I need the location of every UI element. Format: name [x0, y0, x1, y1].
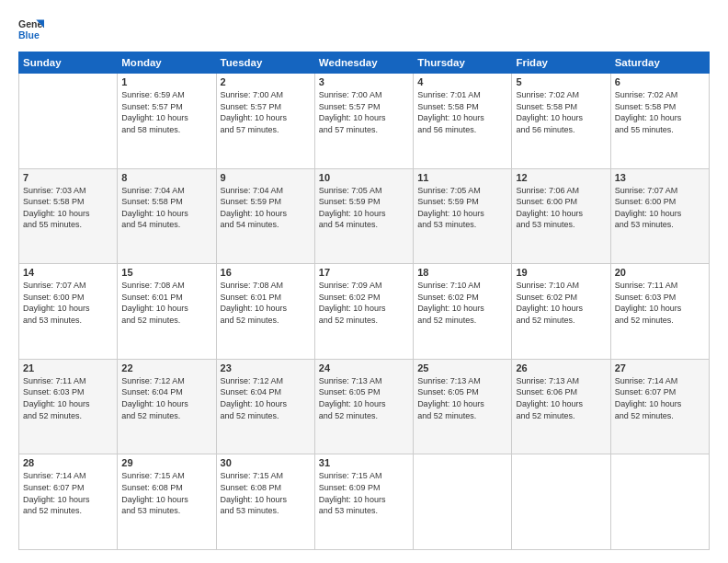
day-info: Sunrise: 7:01 AM Sunset: 5:58 PM Dayligh… — [417, 89, 507, 135]
day-number: 4 — [417, 76, 507, 87]
calendar-cell: 21Sunrise: 7:11 AM Sunset: 6:03 PM Dayli… — [19, 359, 118, 454]
weekday-header-thursday: Thursday — [414, 52, 512, 74]
calendar-cell: 29Sunrise: 7:15 AM Sunset: 6:08 PM Dayli… — [118, 454, 216, 550]
day-info: Sunrise: 7:02 AM Sunset: 5:58 PM Dayligh… — [615, 89, 705, 135]
day-info: Sunrise: 7:14 AM Sunset: 6:07 PM Dayligh… — [23, 470, 113, 516]
day-info: Sunrise: 7:13 AM Sunset: 6:06 PM Dayligh… — [516, 375, 606, 421]
day-number: 20 — [615, 267, 705, 278]
weekday-header-wednesday: Wednesday — [314, 52, 413, 74]
day-number: 23 — [221, 362, 311, 373]
calendar-cell: 3Sunrise: 7:00 AM Sunset: 5:57 PM Daylig… — [314, 74, 413, 169]
page: General Blue SundayMondayTuesdayWednesda… — [0, 0, 728, 563]
day-info: Sunrise: 7:15 AM Sunset: 6:08 PM Dayligh… — [221, 470, 311, 516]
day-info: Sunrise: 7:11 AM Sunset: 6:03 PM Dayligh… — [23, 375, 113, 421]
day-number: 5 — [516, 76, 606, 87]
svg-text:Blue: Blue — [18, 29, 40, 40]
calendar-cell: 11Sunrise: 7:05 AM Sunset: 5:59 PM Dayli… — [414, 168, 512, 264]
day-info: Sunrise: 7:07 AM Sunset: 6:00 PM Dayligh… — [615, 185, 705, 231]
day-number: 1 — [121, 76, 211, 87]
calendar-cell: 7Sunrise: 7:03 AM Sunset: 5:58 PM Daylig… — [19, 168, 118, 264]
calendar-cell: 6Sunrise: 7:02 AM Sunset: 5:58 PM Daylig… — [610, 74, 709, 169]
header: General Blue — [18, 17, 710, 42]
calendar-cell: 12Sunrise: 7:06 AM Sunset: 6:00 PM Dayli… — [512, 168, 610, 264]
calendar-cell: 13Sunrise: 7:07 AM Sunset: 6:00 PM Dayli… — [610, 168, 709, 264]
calendar-cell: 27Sunrise: 7:14 AM Sunset: 6:07 PM Dayli… — [610, 359, 709, 454]
day-number: 31 — [319, 457, 409, 468]
calendar-cell — [512, 454, 610, 550]
day-info: Sunrise: 7:00 AM Sunset: 5:57 PM Dayligh… — [221, 89, 311, 135]
day-info: Sunrise: 7:00 AM Sunset: 5:57 PM Dayligh… — [319, 89, 409, 135]
calendar-table: SundayMondayTuesdayWednesdayThursdayFrid… — [18, 52, 710, 550]
day-number: 24 — [319, 362, 409, 373]
day-info: Sunrise: 7:10 AM Sunset: 6:02 PM Dayligh… — [417, 280, 507, 326]
day-number: 6 — [615, 76, 705, 87]
day-number: 3 — [319, 76, 409, 87]
day-number: 26 — [516, 362, 606, 373]
weekday-header-monday: Monday — [118, 52, 216, 74]
day-number: 11 — [417, 172, 507, 183]
day-number: 10 — [319, 172, 409, 183]
day-number: 8 — [121, 172, 211, 183]
logo-icon: General Blue — [18, 17, 44, 42]
day-info: Sunrise: 6:59 AM Sunset: 5:57 PM Dayligh… — [121, 89, 211, 135]
day-info: Sunrise: 7:06 AM Sunset: 6:00 PM Dayligh… — [516, 185, 606, 231]
day-number: 30 — [221, 457, 311, 468]
day-number: 2 — [221, 76, 311, 87]
day-info: Sunrise: 7:12 AM Sunset: 6:04 PM Dayligh… — [221, 375, 311, 421]
day-number: 19 — [516, 267, 606, 278]
day-number: 16 — [221, 267, 311, 278]
calendar-cell: 16Sunrise: 7:08 AM Sunset: 6:01 PM Dayli… — [216, 264, 314, 360]
calendar-cell: 18Sunrise: 7:10 AM Sunset: 6:02 PM Dayli… — [414, 264, 512, 360]
calendar-cell: 25Sunrise: 7:13 AM Sunset: 6:05 PM Dayli… — [414, 359, 512, 454]
calendar-cell: 1Sunrise: 6:59 AM Sunset: 5:57 PM Daylig… — [118, 74, 216, 169]
day-number: 28 — [23, 457, 113, 468]
calendar-cell: 8Sunrise: 7:04 AM Sunset: 5:58 PM Daylig… — [118, 168, 216, 264]
weekday-header-friday: Friday — [512, 52, 610, 74]
week-row-3: 21Sunrise: 7:11 AM Sunset: 6:03 PM Dayli… — [19, 359, 710, 454]
day-info: Sunrise: 7:08 AM Sunset: 6:01 PM Dayligh… — [221, 280, 311, 326]
weekday-header-tuesday: Tuesday — [216, 52, 314, 74]
day-info: Sunrise: 7:03 AM Sunset: 5:58 PM Dayligh… — [23, 185, 113, 231]
calendar-cell: 31Sunrise: 7:15 AM Sunset: 6:09 PM Dayli… — [314, 454, 413, 550]
day-number: 17 — [319, 267, 409, 278]
weekday-header-row: SundayMondayTuesdayWednesdayThursdayFrid… — [19, 52, 710, 74]
calendar-cell: 2Sunrise: 7:00 AM Sunset: 5:57 PM Daylig… — [216, 74, 314, 169]
day-number: 18 — [417, 267, 507, 278]
calendar-cell: 19Sunrise: 7:10 AM Sunset: 6:02 PM Dayli… — [512, 264, 610, 360]
weekday-header-sunday: Sunday — [19, 52, 118, 74]
day-info: Sunrise: 7:04 AM Sunset: 5:58 PM Dayligh… — [121, 185, 211, 231]
day-info: Sunrise: 7:04 AM Sunset: 5:59 PM Dayligh… — [221, 185, 311, 231]
day-info: Sunrise: 7:10 AM Sunset: 6:02 PM Dayligh… — [516, 280, 606, 326]
calendar-cell: 14Sunrise: 7:07 AM Sunset: 6:00 PM Dayli… — [19, 264, 118, 360]
week-row-2: 14Sunrise: 7:07 AM Sunset: 6:00 PM Dayli… — [19, 264, 710, 360]
day-info: Sunrise: 7:13 AM Sunset: 6:05 PM Dayligh… — [319, 375, 409, 421]
calendar-cell — [414, 454, 512, 550]
day-info: Sunrise: 7:13 AM Sunset: 6:05 PM Dayligh… — [417, 375, 507, 421]
day-number: 15 — [121, 267, 211, 278]
day-info: Sunrise: 7:07 AM Sunset: 6:00 PM Dayligh… — [23, 280, 113, 326]
calendar-cell: 28Sunrise: 7:14 AM Sunset: 6:07 PM Dayli… — [19, 454, 118, 550]
day-info: Sunrise: 7:05 AM Sunset: 5:59 PM Dayligh… — [319, 185, 409, 231]
calendar-cell: 30Sunrise: 7:15 AM Sunset: 6:08 PM Dayli… — [216, 454, 314, 550]
day-info: Sunrise: 7:05 AM Sunset: 5:59 PM Dayligh… — [417, 185, 507, 231]
day-info: Sunrise: 7:12 AM Sunset: 6:04 PM Dayligh… — [121, 375, 211, 421]
calendar-cell: 10Sunrise: 7:05 AM Sunset: 5:59 PM Dayli… — [314, 168, 413, 264]
calendar-cell: 23Sunrise: 7:12 AM Sunset: 6:04 PM Dayli… — [216, 359, 314, 454]
calendar-cell: 20Sunrise: 7:11 AM Sunset: 6:03 PM Dayli… — [610, 264, 709, 360]
day-number: 27 — [615, 362, 705, 373]
day-info: Sunrise: 7:02 AM Sunset: 5:58 PM Dayligh… — [516, 89, 606, 135]
day-number: 13 — [615, 172, 705, 183]
calendar-cell: 24Sunrise: 7:13 AM Sunset: 6:05 PM Dayli… — [314, 359, 413, 454]
day-info: Sunrise: 7:15 AM Sunset: 6:09 PM Dayligh… — [319, 470, 409, 516]
calendar-cell: 9Sunrise: 7:04 AM Sunset: 5:59 PM Daylig… — [216, 168, 314, 264]
day-number: 25 — [417, 362, 507, 373]
day-info: Sunrise: 7:09 AM Sunset: 6:02 PM Dayligh… — [319, 280, 409, 326]
day-number: 7 — [23, 172, 113, 183]
calendar-cell: 26Sunrise: 7:13 AM Sunset: 6:06 PM Dayli… — [512, 359, 610, 454]
day-info: Sunrise: 7:14 AM Sunset: 6:07 PM Dayligh… — [615, 375, 705, 421]
week-row-0: 1Sunrise: 6:59 AM Sunset: 5:57 PM Daylig… — [19, 74, 710, 169]
week-row-4: 28Sunrise: 7:14 AM Sunset: 6:07 PM Dayli… — [19, 454, 710, 550]
day-number: 14 — [23, 267, 113, 278]
calendar-cell: 5Sunrise: 7:02 AM Sunset: 5:58 PM Daylig… — [512, 74, 610, 169]
calendar-cell: 17Sunrise: 7:09 AM Sunset: 6:02 PM Dayli… — [314, 264, 413, 360]
